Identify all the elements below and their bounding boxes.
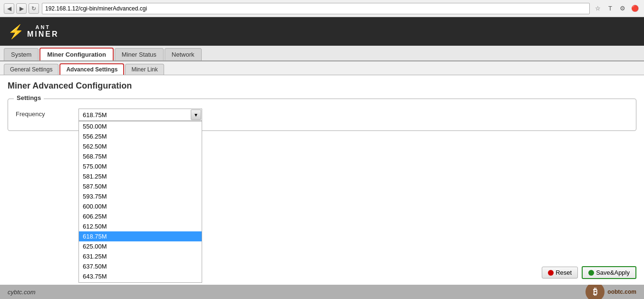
dropdown-item-1[interactable]: 556.25M [79,131,202,141]
tab-network[interactable]: Network [165,48,202,60]
footer: cybtc.com ₿ oobtc.com [0,285,644,299]
url-text: 192.168.1.12/cgi-bin/minerAdvanced.cgi [45,5,147,12]
main-content: ⚡ ANT MINER System Miner Configuration M… [0,17,644,299]
footer-logo-icon: ₿ [585,282,605,299]
dropdown-item-4[interactable]: 575.00M [79,161,202,171]
footer-left-text: cybtc.com [8,289,36,296]
footer-right-text: oobtc.com [607,289,636,295]
frequency-label: Frequency [16,109,73,118]
action-bar: Reset Save&Apply [542,266,636,279]
select-dropdown-arrow[interactable]: ▼ [191,110,201,120]
frequency-select-wrapper: 618.75M ▼ 550.00M 556.25M 562.50M 568.75… [78,109,202,121]
dropdown-item-8[interactable]: 600.00M [79,201,202,211]
forward-button[interactable]: ▶ [16,3,27,14]
dropdown-item-11[interactable]: 618.75M [79,231,202,241]
sub-tab-bar: General Settings Advanced Settings Miner… [0,61,644,75]
dropdown-item-13[interactable]: 631.25M [79,251,202,261]
tab-system[interactable]: System [4,48,39,60]
sub-tab-miner-link[interactable]: Miner Link [125,64,164,75]
sub-tab-general-settings[interactable]: General Settings [4,64,59,75]
app-header: ⚡ ANT MINER [0,17,644,46]
back-button[interactable]: ◀ [4,3,14,14]
address-bar[interactable]: 192.168.1.12/cgi-bin/minerAdvanced.cgi [42,3,590,14]
frequency-row: Frequency 618.75M ▼ 550.00M 556.25M 562.… [16,105,628,125]
logo-wrapper: ⚡ ANT MINER [8,24,59,40]
dropdown-item-0[interactable]: 550.00M [79,121,202,131]
browser-icons: ☆ T ⚙ 🔴 [593,3,640,14]
page-content: Miner Advanced Configuration Settings Fr… [0,75,644,285]
dropdown-item-6[interactable]: 587.50M [79,181,202,191]
frequency-value: 618.75M [83,111,107,119]
dropdown-item-5[interactable]: 581.25M [79,171,202,181]
dropdown-item-9[interactable]: 606.25M [79,211,202,221]
bookmark-icon[interactable]: ☆ [593,3,603,14]
tab-miner-status[interactable]: Miner Status [115,48,164,60]
dropdown-item-7[interactable]: 593.75M [79,191,202,201]
dropdown-item-2[interactable]: 562.50M [79,141,202,151]
settings-icon[interactable]: ⚙ [617,3,628,14]
frequency-dropdown-list[interactable]: 550.00M 556.25M 562.50M 568.75M 575.00M … [78,121,202,283]
frequency-select-display[interactable]: 618.75M [78,109,202,121]
extension-icon[interactable]: 🔴 [630,3,640,14]
dropdown-item-15[interactable]: 643.75M [79,271,202,281]
tab-miner-configuration[interactable]: Miner Configuration [39,48,114,60]
footer-right: ₿ oobtc.com [585,282,636,299]
reset-button[interactable]: Reset [542,267,578,279]
logo-icon: ⚡ [8,24,24,40]
translate-icon[interactable]: T [605,3,615,14]
dropdown-item-12[interactable]: 625.00M [79,241,202,251]
sub-tab-advanced-settings[interactable]: Advanced Settings [59,63,124,75]
logo-text: ANT MINER [27,24,59,39]
browser-nav: ◀ ▶ ↻ [4,3,39,14]
logo-line2: MINER [27,30,59,39]
logo-line1: ANT [35,24,50,30]
dropdown-item-16[interactable]: 650.00M [79,281,202,283]
browser-chrome: ◀ ▶ ↻ 192.168.1.12/cgi-bin/minerAdvanced… [0,0,644,17]
dropdown-item-10[interactable]: 612.50M [79,221,202,231]
dropdown-item-14[interactable]: 637.50M [79,261,202,271]
dropdown-item-3[interactable]: 568.75M [79,151,202,161]
tab-bar: System Miner Configuration Miner Status … [0,46,644,61]
save-apply-button[interactable]: Save&Apply [582,266,636,279]
refresh-button[interactable]: ↻ [29,3,39,14]
settings-group: Settings Frequency 618.75M ▼ 550.00M 556… [8,99,636,131]
page-title: Miner Advanced Configuration [8,81,636,91]
settings-group-legend: Settings [14,94,44,101]
